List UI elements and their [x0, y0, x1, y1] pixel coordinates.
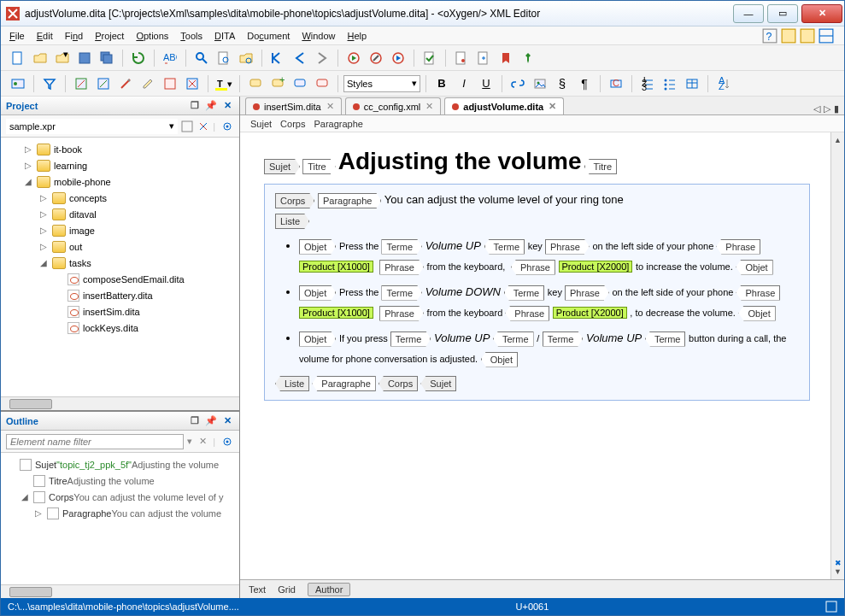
tree-item[interactable]: lockKeys.dita — [1, 320, 239, 336]
outline-item[interactable]: ◢Corps You can adjust the volume level o… — [1, 489, 239, 505]
tree-item[interactable]: insertBattery.dita — [1, 287, 239, 303]
reload-icon[interactable] — [128, 48, 149, 68]
tag-phrase[interactable]: Phrase — [545, 239, 590, 255]
section-icon[interactable]: § — [552, 73, 572, 94]
underline-button[interactable]: U — [476, 73, 496, 94]
editor-area[interactable]: Sujet Titre Adjusting the volume Titre C… — [240, 132, 830, 579]
back-end-icon[interactable] — [267, 48, 288, 68]
styles-dropdown[interactable]: Styles▾ — [343, 75, 420, 92]
outline-item[interactable]: Titre Adjusting the volume — [1, 472, 239, 489]
run-icon[interactable] — [343, 48, 364, 68]
tag-sujet-close[interactable]: Sujet — [420, 376, 456, 391]
tag-titre-close[interactable]: Titre — [584, 159, 618, 174]
editor-vscroll[interactable]: ▲✖▼ — [830, 132, 844, 579]
xslt-icon[interactable] — [781, 28, 796, 44]
editor-tab[interactable]: adjustVolume.dita✕ — [444, 97, 564, 114]
outline-tree[interactable]: Sujet "topic_tj2_ppk_5f" Adjusting the v… — [1, 453, 239, 584]
close-button[interactable]: ✕ — [801, 4, 842, 23]
browse-icon[interactable] — [236, 48, 256, 68]
link-editor-icon[interactable] — [197, 120, 210, 133]
doc-title[interactable]: Adjusting the volume — [338, 148, 582, 174]
tag-phrase[interactable]: Phrase — [565, 285, 609, 301]
menu-window[interactable]: Window — [302, 31, 335, 41]
list-item[interactable]: Objet Press the Terme Volume UP Terme ke… — [299, 236, 799, 277]
tree-item[interactable]: insertSim.dita — [1, 303, 239, 320]
tag-objet[interactable]: Objet — [299, 285, 336, 301]
edit4-icon[interactable] — [138, 73, 158, 94]
menu-project[interactable]: Project — [95, 31, 124, 41]
mode-author[interactable]: Author — [308, 583, 350, 596]
tag-terme[interactable]: Terme — [381, 239, 422, 255]
tag-terme[interactable]: Terme — [543, 331, 584, 347]
tag-terme[interactable]: Terme — [493, 331, 534, 347]
tag-terme[interactable]: Terme — [381, 285, 422, 301]
tree-item[interactable]: ◢tasks — [1, 255, 239, 271]
tab-close-icon[interactable]: ✕ — [425, 101, 433, 112]
tree-item[interactable]: ▷image — [1, 222, 239, 238]
breadcrumb[interactable]: Sujet Corps Paragraphe — [240, 115, 844, 132]
outline-item[interactable]: ▷Paragraphe You can adjust the volume — [1, 505, 239, 521]
image-icon[interactable] — [530, 73, 550, 94]
tree-item[interactable]: composeSendEmail.dita — [1, 271, 239, 287]
open-icon[interactable] — [30, 48, 50, 68]
tag-terme[interactable]: Terme — [504, 285, 545, 301]
comment-edit-icon[interactable] — [290, 73, 310, 94]
open-recent-icon[interactable]: ▾ — [52, 48, 73, 68]
configure-icon[interactable] — [366, 48, 386, 68]
xq-icon[interactable] — [800, 28, 815, 44]
save-icon[interactable] — [74, 48, 95, 68]
tag-objet[interactable]: Objet — [738, 306, 775, 321]
tag-phrase[interactable]: Phrase — [505, 306, 549, 321]
tag-para-close[interactable]: Paragraphe — [312, 376, 376, 391]
product-badge[interactable]: Product [X2000] — [553, 307, 627, 319]
list-ol-icon[interactable]: 123 — [637, 73, 658, 94]
collapse-icon[interactable] — [180, 120, 194, 133]
outline-item[interactable]: Sujet "topic_tj2_ppk_5f" Adjusting the v… — [1, 456, 239, 472]
status-icon[interactable] — [825, 601, 837, 613]
layout-icon[interactable] — [819, 28, 834, 44]
editor-tab[interactable]: insertSim.dita✕ — [245, 97, 342, 114]
editor-tab[interactable]: cc_config.xml✕ — [345, 97, 442, 114]
list-item[interactable]: Objet If you press Terme Volume UP Terme… — [299, 328, 799, 369]
para-icon[interactable]: ¶ — [574, 73, 595, 94]
tree-item[interactable]: ▷out — [1, 238, 239, 255]
tab-close-icon[interactable]: ✕ — [326, 101, 334, 112]
tag-liste-open[interactable]: Liste — [275, 214, 309, 229]
panel-restore-icon[interactable]: ❐ — [188, 99, 202, 113]
menu-edit[interactable]: Edit — [37, 31, 53, 41]
list-item[interactable]: Objet Press the Terme Volume DOWN Terme … — [299, 282, 799, 323]
doc-config-icon[interactable] — [451, 48, 472, 68]
tag-terme[interactable]: Terme — [484, 239, 525, 255]
tab-next-icon[interactable]: ▷ — [824, 103, 830, 114]
find-in-files-icon[interactable] — [214, 48, 234, 68]
outline-settings-icon[interactable] — [220, 435, 234, 449]
tab-list-icon[interactable]: ▮ — [834, 103, 839, 114]
outline-pin-icon[interactable]: 📌 — [204, 414, 218, 428]
tag-corps-close[interactable]: Corps — [378, 376, 418, 391]
tree-item[interactable]: ▷concepts — [1, 190, 239, 206]
debug-icon[interactable] — [388, 48, 408, 68]
map-icon[interactable] — [8, 73, 28, 94]
mode-text[interactable]: Text — [249, 584, 266, 595]
sort-icon[interactable]: AZ — [713, 73, 734, 94]
product-badge[interactable]: Product [X1000] — [299, 307, 373, 319]
project-hscroll[interactable] — [1, 396, 239, 410]
list-ul-icon[interactable] — [660, 73, 680, 94]
search-icon[interactable] — [191, 48, 212, 68]
tag-phrase[interactable]: Phrase — [379, 260, 424, 275]
product-badge[interactable]: Product [X1000] — [299, 261, 373, 273]
edit5-icon[interactable] — [160, 73, 180, 94]
menu-find[interactable]: Find — [65, 31, 83, 41]
edit1-icon[interactable] — [71, 73, 91, 94]
forward-icon[interactable] — [312, 48, 332, 68]
tag-titre-open[interactable]: Titre — [302, 159, 336, 174]
tag-corps-open[interactable]: Corps — [275, 193, 314, 208]
menu-tools[interactable]: Tools — [180, 31, 202, 41]
outline-restore-icon[interactable]: ❐ — [188, 414, 202, 428]
tag-terme[interactable]: Terme — [390, 331, 431, 347]
tree-item[interactable]: ◢mobile-phone — [1, 173, 239, 190]
tag-sujet-open[interactable]: Sujet — [264, 159, 300, 174]
panel-close-icon[interactable]: ✕ — [220, 99, 234, 113]
tag-insert-icon[interactable]: C — [606, 73, 626, 94]
italic-button[interactable]: I — [454, 73, 474, 94]
